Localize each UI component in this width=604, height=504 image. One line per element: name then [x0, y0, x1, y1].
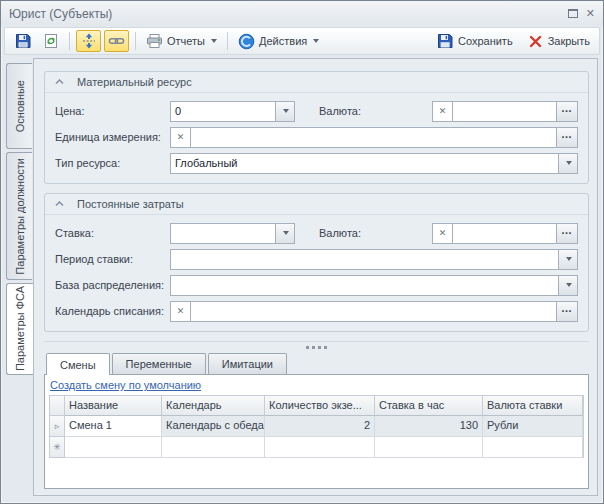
cell-calendar-empty[interactable] — [162, 437, 265, 458]
fixed-currency-input[interactable] — [452, 223, 557, 244]
cell-currency-empty[interactable] — [483, 437, 583, 458]
rate-period-dropdown-button[interactable] — [558, 249, 578, 270]
cell-rate-empty[interactable] — [375, 437, 483, 458]
currency-label: Валюта: — [319, 105, 409, 117]
unit-input[interactable] — [190, 127, 557, 148]
autofit-height-toggle-button[interactable] — [76, 30, 101, 52]
splitter-handle[interactable] — [44, 341, 589, 353]
tab-variables[interactable]: Переменные — [112, 353, 206, 374]
close-label: Закрыть — [548, 35, 590, 47]
close-form-button[interactable]: Закрыть — [523, 30, 594, 52]
save-label: Сохранить — [458, 35, 513, 47]
price-combo — [170, 101, 295, 122]
unit-row: Единица измерения: ✕ … — [55, 126, 578, 148]
rate-dropdown-button[interactable] — [275, 223, 295, 244]
tab-imitations-label: Имитации — [222, 358, 273, 370]
floppy-icon — [437, 33, 454, 50]
cell-calendar[interactable]: Календарь с обеда — [162, 416, 265, 437]
clear-x-icon: ✕ — [439, 106, 447, 116]
fixed-costs-group-header[interactable]: Постоянные затраты — [45, 194, 588, 215]
material-resource-group-title: Материальный ресурс — [77, 76, 192, 88]
tab-variables-label: Переменные — [126, 358, 192, 370]
column-header-name[interactable]: Название — [65, 396, 162, 416]
column-header-currency[interactable]: Валюта ставки — [483, 396, 583, 416]
ellipsis-icon: … — [561, 302, 573, 315]
material-resource-group: Материальный ресурс Цена: Валюта: ✕ — [44, 71, 589, 184]
chevron-down-icon — [566, 161, 572, 165]
unit-label: Единица измерения: — [55, 131, 170, 143]
create-default-shift-link[interactable]: Создать смену по умолчанию — [49, 376, 202, 395]
printer-icon — [146, 33, 163, 50]
unit-clear-button[interactable]: ✕ — [170, 127, 191, 148]
close-button[interactable]: ✕ — [586, 8, 595, 19]
unit-browse-button[interactable]: … — [556, 127, 578, 148]
refresh-button[interactable] — [38, 30, 63, 52]
cell-name-empty[interactable] — [65, 437, 162, 458]
save-small-button[interactable] — [10, 30, 35, 52]
row-header-corner[interactable] — [50, 396, 65, 416]
currency-browse-button[interactable]: … — [556, 101, 578, 122]
cell-rate[interactable]: 130 — [375, 416, 483, 437]
price-input[interactable] — [170, 101, 276, 122]
side-tab-strip: Основные Параметры должности Параметры Ф… — [4, 58, 33, 496]
material-resource-group-header[interactable]: Материальный ресурс — [45, 72, 588, 93]
column-header-rate[interactable]: Ставка в час — [375, 396, 483, 416]
side-tab-position-params-label: Параметры должности — [14, 158, 26, 275]
link-toggle-button[interactable] — [104, 30, 129, 52]
side-tab-main[interactable]: Основные — [6, 63, 32, 149]
cell-count[interactable]: 2 — [265, 416, 375, 437]
writeoff-calendar-browse-button[interactable]: … — [556, 301, 578, 322]
ellipsis-icon: … — [561, 102, 573, 115]
cell-currency[interactable]: Рубли — [483, 416, 583, 437]
table-row[interactable]: ▹ Смена 1 Календарь с обеда 2 130 Рубли — [50, 416, 583, 437]
toolbar-wrap: Отчеты Действия Сохранить — [1, 26, 603, 58]
cell-name[interactable]: Смена 1 — [65, 416, 162, 437]
writeoff-calendar-row: Календарь списания: ✕ … — [55, 300, 578, 322]
collapse-chevron-icon — [55, 79, 64, 85]
side-tab-fsa-params[interactable]: Параметры ФСА — [6, 283, 33, 375]
chevron-down-icon — [211, 39, 217, 43]
fixed-costs-group: Постоянные затраты Ставка: Валюта: ✕ — [44, 193, 589, 332]
currency-clear-button[interactable]: ✕ — [432, 101, 453, 122]
price-dropdown-button[interactable] — [275, 101, 295, 122]
distribution-base-input[interactable] — [170, 275, 559, 296]
clear-x-icon: ✕ — [439, 228, 447, 238]
cell-count-empty[interactable] — [265, 437, 375, 458]
writeoff-calendar-clear-button[interactable]: ✕ — [170, 301, 191, 322]
currency-input[interactable] — [452, 101, 557, 122]
actions-button[interactable]: Действия — [234, 30, 323, 52]
tab-shifts-label: Смены — [60, 359, 96, 371]
resource-type-input[interactable] — [170, 153, 559, 174]
reports-button[interactable]: Отчеты — [142, 30, 221, 52]
tab-imitations[interactable]: Имитации — [208, 353, 287, 374]
rate-input[interactable] — [170, 223, 276, 244]
rate-row: Ставка: Валюта: ✕ … — [55, 222, 578, 244]
resource-type-dropdown-button[interactable] — [558, 153, 578, 174]
save-button[interactable]: Сохранить — [433, 30, 517, 52]
fixed-currency-label: Валюта: — [319, 227, 409, 239]
distribution-base-combo — [170, 275, 578, 296]
table-header-row: Название Календарь Количество экзе... Ст… — [50, 396, 583, 416]
distribution-base-dropdown-button[interactable] — [558, 275, 578, 296]
maximize-button[interactable] — [568, 8, 578, 20]
title-bar: Юрист (Субъекты) ✕ — [1, 1, 603, 26]
table-new-row[interactable]: ✳ — [50, 437, 583, 458]
shifts-table: Название Календарь Количество экзе... Ст… — [49, 395, 584, 458]
column-header-calendar[interactable]: Календарь — [162, 396, 265, 416]
distribution-base-row: База распределения: — [55, 274, 578, 296]
rate-period-label: Период ставки: — [55, 253, 170, 265]
new-row-asterisk-icon: ✳ — [53, 442, 61, 452]
app-window: Юрист (Субъекты) ✕ — [0, 0, 604, 504]
rate-period-input[interactable] — [170, 249, 559, 270]
fixed-costs-group-body: Ставка: Валюта: ✕ … Период ст — [45, 215, 588, 331]
fixed-currency-browse-button[interactable]: … — [556, 223, 578, 244]
distribution-base-label: База распределения: — [55, 279, 170, 291]
fixed-currency-lookup: ✕ … — [432, 223, 578, 244]
side-tab-fsa-params-label: Параметры ФСА — [14, 286, 26, 371]
maximize-icon — [568, 9, 578, 18]
column-header-count[interactable]: Количество экзе... — [265, 396, 375, 416]
fixed-currency-clear-button[interactable]: ✕ — [432, 223, 453, 244]
tab-shifts[interactable]: Смены — [46, 353, 110, 375]
side-tab-position-params[interactable]: Параметры должности — [6, 152, 32, 280]
writeoff-calendar-input[interactable] — [190, 301, 557, 322]
